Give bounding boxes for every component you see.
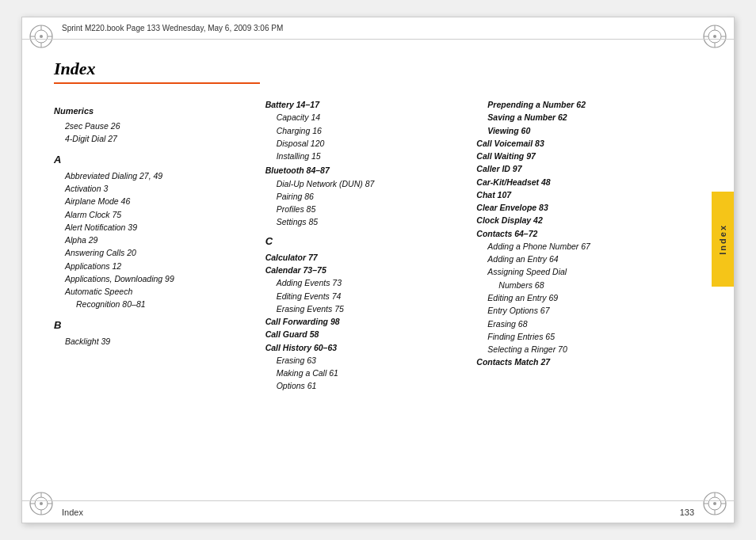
entry-clear-envelope: Clear Envelope 83	[476, 201, 680, 214]
title-underline	[54, 82, 260, 84]
entry-abbreviated-dialing: Abbreviated Dialing 27, 49	[54, 169, 258, 182]
header-text: Sprint M220.book Page 133 Wednesday, May…	[62, 24, 283, 32]
entry-profiles: Profiles 85	[265, 203, 469, 215]
entry-finding-entries: Finding Entries 65	[476, 330, 680, 343]
entry-making-call: Making a Call 61	[265, 367, 469, 379]
entry-calendar: Calendar 73–75	[265, 264, 469, 276]
entry-viewing: Viewing 60	[476, 124, 680, 137]
entry-capacity: Capacity 14	[265, 111, 469, 124]
letter-a: A	[54, 152, 258, 168]
entry-activation: Activation 3	[54, 182, 258, 195]
entry-car-kit: Car-Kit/Headset 48	[476, 176, 680, 188]
letter-c: C	[265, 234, 469, 249]
page: Sprint M220.book Page 133 Wednesday, May…	[21, 17, 735, 523]
entry-automatic-speech: Automatic Speech	[54, 285, 258, 298]
footer-left: Index	[62, 508, 83, 517]
entry-answering-calls: Answering Calls 20	[54, 246, 258, 259]
entry-pairing: Pairing 86	[265, 190, 469, 203]
entry-call-history: Call History 60–63	[265, 341, 469, 354]
entry-erasing-history: Erasing 63	[265, 354, 469, 367]
entry-call-voicemail: Call Voicemail 83	[476, 137, 680, 150]
entry-numbers: Numbers 68	[476, 279, 680, 291]
entry-contacts-match: Contacts Match 27	[476, 356, 680, 368]
entry-settings-bt: Settings 85	[265, 215, 469, 228]
column-3: Prepending a Number 62 Saving a Number 6…	[476, 98, 688, 481]
entry-editing-entry: Editing an Entry 69	[476, 291, 680, 304]
entry-options: Options 61	[265, 379, 469, 392]
entry-airplane-mode: Airplane Mode 46	[54, 195, 258, 207]
entry-chat: Chat 107	[476, 188, 680, 201]
entry-adding-events: Adding Events 73	[265, 276, 469, 289]
entry-installing: Installing 15	[265, 150, 469, 162]
entry-2sec-pause: 2sec Pause 26	[54, 120, 258, 132]
entry-dialup-network: Dial-Up Network (DUN) 87	[265, 177, 469, 190]
entry-clock-display: Clock Display 42	[476, 214, 680, 226]
numerics-header: Numerics	[54, 105, 258, 118]
entry-adding-entry: Adding an Entry 64	[476, 253, 680, 265]
footer-right: 133	[680, 508, 694, 517]
columns-container: Numerics 2sec Pause 26 4-Digit Dial 27 A…	[54, 98, 688, 481]
entry-caller-id: Caller ID 97	[476, 162, 680, 175]
letter-b: B	[54, 318, 258, 333]
entry-alpha: Alpha 29	[54, 234, 258, 246]
entry-call-guard: Call Guard 58	[265, 328, 469, 340]
entry-recognition: Recognition 80–81	[54, 298, 258, 310]
entry-contacts: Contacts 64–72	[476, 227, 680, 240]
column-2: Battery 14–17 Capacity 14 Charging 16 Di…	[265, 98, 477, 481]
entry-call-forwarding: Call Forwarding 98	[265, 315, 469, 328]
index-tab-label: Index	[718, 224, 727, 255]
entry-adding-phone-number: Adding a Phone Number 67	[476, 240, 680, 253]
entry-applications-downloading: Applications, Downloading 99	[54, 272, 258, 285]
entry-alarm-clock: Alarm Clock 75	[54, 208, 258, 221]
header-bar: Sprint M220.book Page 133 Wednesday, May…	[22, 17, 734, 40]
entry-selecting-ringer: Selecting a Ringer 70	[476, 343, 680, 356]
entry-bluetooth: Bluetooth 84–87	[265, 164, 469, 177]
entry-erasing-events: Erasing Events 75	[265, 302, 469, 315]
entry-erasing-contacts: Erasing 68	[476, 318, 680, 330]
page-title: Index	[54, 59, 688, 79]
entry-calculator: Calculator 77	[265, 251, 469, 264]
entry-4digit-dial: 4-Digit Dial 27	[54, 132, 258, 145]
entry-call-waiting: Call Waiting 97	[476, 150, 680, 162]
entry-alert-notification: Alert Notification 39	[54, 221, 258, 234]
entry-applications: Applications 12	[54, 260, 258, 272]
entry-editing-events: Editing Events 74	[265, 290, 469, 302]
entry-assigning-speed-dial: Assigning Speed Dial	[476, 265, 680, 278]
content-area: Index Numerics 2sec Pause 26 4-Digit Dia…	[22, 40, 712, 500]
entry-battery: Battery 14–17	[265, 98, 469, 111]
entry-entry-options: Entry Options 67	[476, 304, 680, 317]
entry-disposal: Disposal 120	[265, 137, 469, 150]
footer: Index 133	[22, 500, 734, 523]
entry-charging: Charging 16	[265, 124, 469, 137]
entry-prepending: Prepending a Number 62	[476, 98, 680, 111]
index-tab: Index	[712, 192, 734, 287]
entry-saving-number: Saving a Number 62	[476, 111, 680, 124]
entry-backlight: Backlight 39	[54, 335, 258, 348]
column-1: Numerics 2sec Pause 26 4-Digit Dial 27 A…	[54, 98, 265, 481]
